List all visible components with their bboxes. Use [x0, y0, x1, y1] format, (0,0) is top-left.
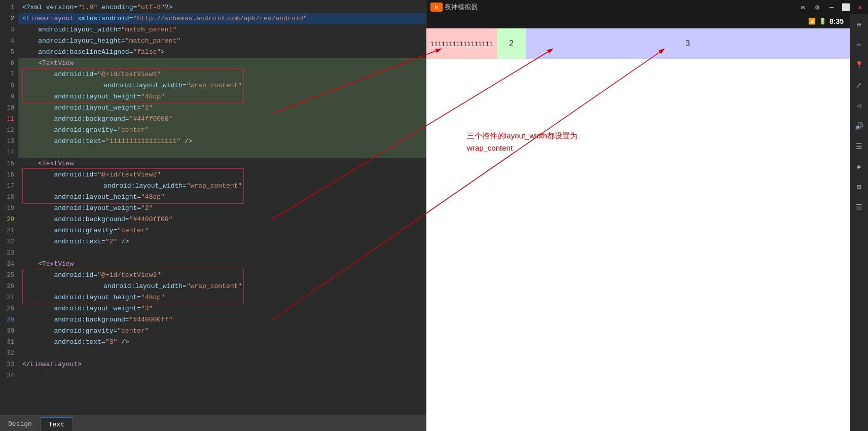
code-text: "center" [117, 326, 149, 337]
code-text: < [22, 58, 42, 69]
code-text: "match_parent" [125, 35, 180, 47]
code-line-13: android:text="11111111111111111" /> [18, 136, 426, 147]
ln-30: 30 [0, 326, 14, 337]
code-text: "false" [133, 47, 161, 58]
settings-icon[interactable]: ⚙ [813, 3, 821, 11]
minimize-button[interactable]: — [827, 3, 836, 11]
sidebar-icon-3[interactable]: 📍 [853, 59, 865, 71]
maximize-button[interactable]: ⬜ [842, 3, 850, 11]
ln-13: 13 [0, 136, 14, 147]
ln-18: 18 [0, 192, 14, 203]
ln-32: 32 [0, 348, 14, 359]
code-text: "2" [141, 203, 153, 214]
emulator-sidebar: ⊞ ✂ 📍 ⤢ ◁ 🔊 ☰ ✱ ⊞ ☰ [850, 14, 868, 431]
code-text: /> [180, 136, 192, 147]
ln-33: 33 [0, 359, 14, 370]
ln-27: 27 [0, 292, 14, 303]
email-icon[interactable]: ✉ [799, 3, 807, 11]
sidebar-icon-2[interactable]: ✂ [853, 39, 865, 51]
code-text: "wrap_content" [187, 182, 242, 190]
widget-textview3: 3 [526, 28, 850, 59]
sidebar-icon-4[interactable]: ⤢ [853, 79, 865, 91]
code-line-12: android:gravity="center" [18, 125, 426, 136]
code-text: android:layout_width= [72, 282, 187, 290]
sidebar-icon-10[interactable]: ☰ [853, 201, 865, 213]
code-text: > [161, 47, 165, 58]
emulator-screen-area: 📶 🔋 8:35 11111111111111111 [426, 14, 868, 431]
code-text: "#440000ff" [129, 314, 173, 326]
code-text: "match_parent" [121, 24, 176, 35]
ln-12: 12 [0, 125, 14, 136]
ln-1: 1 [0, 2, 14, 13]
code-text: android:layout_weight= [22, 303, 141, 314]
ln-21: 21 [0, 225, 14, 236]
main-container: 1 2 3 4 5 6 7 8 9 10 11 12 13 14 15 16 1… [0, 0, 868, 431]
sidebar-icon-9[interactable]: ⊞ [853, 181, 865, 193]
code-text: "center" [117, 125, 149, 136]
code-line-24: <TextView [18, 259, 426, 270]
ln-26: 26 [0, 281, 14, 292]
code-text: xmlns:android= [78, 13, 133, 24]
code-text: "wrap_content" [187, 282, 242, 290]
code-line-32 [18, 348, 426, 359]
code-line-14 [18, 147, 426, 158]
code-text: > [78, 359, 82, 370]
sidebar-icon-5[interactable]: ◁ [853, 99, 865, 112]
code-text: android:layout_height= [22, 91, 141, 102]
line-numbers: 1 2 3 4 5 6 7 8 9 10 11 12 13 14 15 16 1… [0, 0, 18, 415]
code-text: android:layout_height= [22, 35, 125, 47]
ln-9: 9 [0, 91, 14, 102]
ln-6: 6 [0, 58, 14, 69]
annotation-line2: wrap_content [467, 142, 577, 154]
code-text: "center" [117, 225, 149, 236]
emulator-panel: N 夜神模拟器 ✉ ⚙ — ⬜ ✕ [426, 0, 868, 431]
editor-bottom-tabs: Design Text [0, 415, 426, 431]
close-button[interactable]: ✕ [856, 3, 864, 11]
code-line-11: android:background="#44ff0000" [18, 114, 426, 125]
code-text: TextView [42, 259, 74, 270]
code-text: android:text= [22, 236, 105, 247]
code-text: android:layout_width= [72, 82, 187, 89]
code-line-30: android:gravity="center" [18, 326, 426, 337]
code-line-26: android:layout_width="wrap_content" [18, 281, 426, 292]
window-controls: ✉ ⚙ — ⬜ ✕ [799, 3, 864, 11]
code-line-33: </LinearLayout> [18, 359, 426, 370]
phone-statusbar: 📶 🔋 8:35 [426, 14, 850, 28]
wifi-icon: 📶 [808, 18, 816, 25]
widget-textview2: 2 [497, 28, 526, 59]
ln-11: 11 [0, 114, 14, 125]
sidebar-icon-6[interactable]: 🔊 [853, 120, 865, 132]
code-text: android:layout_width= [72, 182, 187, 190]
code-line-22: android:text="2" /> [18, 236, 426, 247]
code-text: "3" [105, 337, 117, 348]
code-text: </ [22, 359, 30, 370]
code-line-31: android:text="3" /> [18, 337, 426, 348]
android-linear-layout: 11111111111111111 2 3 [426, 28, 850, 59]
code-line-4: android:layout_height="match_parent" [18, 35, 426, 47]
code-text: android:gravity= [22, 125, 117, 136]
ln-22: 22 [0, 236, 14, 247]
sidebar-icon-8[interactable]: ✱ [853, 160, 865, 172]
code-text: "48dp" [141, 292, 165, 303]
code-text: "1" [141, 102, 153, 114]
sidebar-icon-7[interactable]: ☰ [853, 140, 865, 152]
annotation: 三个控件的layout_width都设置为 wrap_content [467, 130, 577, 154]
tab-design[interactable]: Design [0, 417, 41, 431]
nox-logo-icon: N [430, 3, 443, 12]
widget1-text: 11111111111111111 [430, 40, 493, 48]
code-text: "48dp" [141, 91, 165, 102]
emulator-titlebar: N 夜神模拟器 ✉ ⚙ — ⬜ ✕ [426, 0, 868, 14]
sidebar-icon-1[interactable]: ⊞ [853, 18, 865, 30]
code-line-6: <TextView [18, 58, 426, 69]
ln-29: 29 [0, 314, 14, 326]
code-text: < [22, 158, 42, 169]
code-line-15: <TextView [18, 158, 426, 169]
code-text: < [22, 13, 26, 24]
ln-10: 10 [0, 102, 14, 114]
code-line-8: android:layout_width="wrap_content" [18, 80, 426, 91]
ln-14: 14 [0, 147, 14, 158]
tab-text[interactable]: Text [41, 417, 73, 431]
emulator-title: 夜神模拟器 [445, 3, 478, 12]
code-area[interactable]: <?xml version="1.0" encoding="utf-8"?> <… [18, 0, 426, 415]
code-content: 1 2 3 4 5 6 7 8 9 10 11 12 13 14 15 16 1… [0, 0, 426, 415]
